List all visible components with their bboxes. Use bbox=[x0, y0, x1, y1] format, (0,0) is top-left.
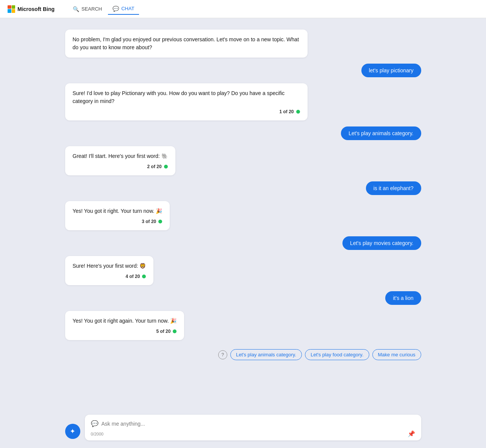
bot-message-5-footer: 2 of 20 bbox=[73, 164, 168, 169]
user-message-6[interactable]: is it an elephant? bbox=[366, 181, 421, 195]
nav-chat-label: CHAT bbox=[121, 6, 134, 11]
header-nav: 🔍 SEARCH 💬 CHAT bbox=[68, 3, 139, 15]
bot-message-7-footer: 3 of 20 bbox=[73, 219, 163, 224]
message-count-7: 3 of 20 bbox=[142, 219, 156, 224]
suggestion-btn-1[interactable]: Let's play animals category. bbox=[230, 349, 302, 360]
user-message-8[interactable]: Let's play movies category. bbox=[342, 236, 421, 250]
green-dot-11 bbox=[173, 329, 177, 333]
message-count-11: 5 of 20 bbox=[156, 329, 170, 334]
bot-message-11-text: Yes! You got it right again. Your turn n… bbox=[73, 317, 177, 325]
bot-message-9-footer: 4 of 20 bbox=[73, 274, 146, 279]
user-message-2[interactable]: let's play pictionary bbox=[361, 64, 421, 77]
logo-sq-red bbox=[8, 5, 11, 9]
char-count: 0/2000 bbox=[91, 432, 104, 436]
bot-message-3: Sure! I'd love to play Pictionary with y… bbox=[65, 83, 308, 120]
bot-message-11: Yes! You got it right again. Your turn n… bbox=[65, 311, 184, 340]
bot-message-1-text: No problem, I'm glad you enjoyed our pre… bbox=[73, 36, 300, 52]
green-dot-5 bbox=[164, 165, 168, 169]
chat-input-icon: 💬 bbox=[91, 420, 98, 427]
suggestion-btn-3[interactable]: Make me curious bbox=[372, 349, 421, 360]
bing-avatar: ✦ bbox=[65, 424, 80, 439]
logo-text: Microsoft Bing bbox=[17, 6, 55, 12]
input-area: ✦ 💬 0/2000 📌 bbox=[35, 410, 452, 448]
logo-sq-blue bbox=[8, 9, 11, 13]
nav-search[interactable]: 🔍 SEARCH bbox=[68, 4, 106, 14]
logo-sq-green bbox=[12, 5, 16, 9]
green-dot-7 bbox=[158, 220, 162, 223]
suggestion-btn-2[interactable]: Let's play food category. bbox=[305, 349, 369, 360]
green-dot-9 bbox=[142, 275, 146, 278]
bot-message-1: No problem, I'm glad you enjoyed our pre… bbox=[65, 30, 308, 58]
user-message-10-text: it's a lion bbox=[393, 295, 413, 301]
nav-chat[interactable]: 💬 CHAT bbox=[108, 3, 139, 15]
green-dot-3 bbox=[296, 110, 300, 114]
user-message-10[interactable]: it's a lion bbox=[385, 291, 421, 305]
bot-message-5-text: Great! I'll start. Here's your first wor… bbox=[73, 152, 168, 160]
logo-sq-yellow bbox=[12, 9, 16, 13]
logo-icon bbox=[8, 5, 15, 13]
user-message-4[interactable]: Let's play animals category. bbox=[341, 126, 421, 140]
pin-icon[interactable]: 📌 bbox=[408, 430, 415, 437]
input-box-wrapper: 💬 0/2000 📌 bbox=[85, 415, 421, 440]
nav-search-label: SEARCH bbox=[81, 6, 102, 12]
user-message-6-text: is it an elephant? bbox=[373, 185, 414, 191]
header: Microsoft Bing 🔍 SEARCH 💬 CHAT bbox=[0, 0, 486, 18]
bing-avatar-icon: ✦ bbox=[70, 427, 75, 436]
chat-container: No problem, I'm glad you enjoyed our pre… bbox=[35, 18, 452, 410]
bot-message-7-text: Yes! You got it right. Your turn now. 🎉 bbox=[73, 207, 163, 215]
chat-input[interactable] bbox=[102, 421, 415, 427]
bot-message-3-text: Sure! I'd love to play Pictionary with y… bbox=[73, 89, 300, 105]
user-message-8-text: Let's play movies category. bbox=[350, 240, 413, 246]
help-icon[interactable]: ? bbox=[218, 350, 227, 359]
user-message-2-text: let's play pictionary bbox=[369, 67, 414, 73]
message-count-9: 4 of 20 bbox=[125, 274, 140, 279]
logo: Microsoft Bing bbox=[8, 5, 55, 13]
bot-message-9-text: Sure! Here's your first word: 🦁 bbox=[73, 262, 146, 270]
search-icon: 🔍 bbox=[73, 6, 79, 12]
bot-message-9: Sure! Here's your first word: 🦁 4 of 20 bbox=[65, 256, 154, 285]
input-row: 💬 bbox=[91, 420, 415, 427]
bot-message-11-footer: 5 of 20 bbox=[73, 329, 177, 334]
chat-nav-icon: 💬 bbox=[113, 6, 119, 12]
input-footer: 0/2000 📌 bbox=[91, 430, 415, 437]
user-message-4-text: Let's play animals category. bbox=[348, 130, 413, 136]
message-count-3: 1 of 20 bbox=[279, 109, 294, 114]
bot-message-7: Yes! You got it right. Your turn now. 🎉 … bbox=[65, 201, 170, 230]
message-count-5: 2 of 20 bbox=[147, 164, 162, 169]
bot-message-3-footer: 1 of 20 bbox=[73, 109, 300, 114]
suggestions-row: ? Let's play animals category. Let's pla… bbox=[65, 349, 421, 360]
bot-message-5: Great! I'll start. Here's your first wor… bbox=[65, 146, 175, 175]
